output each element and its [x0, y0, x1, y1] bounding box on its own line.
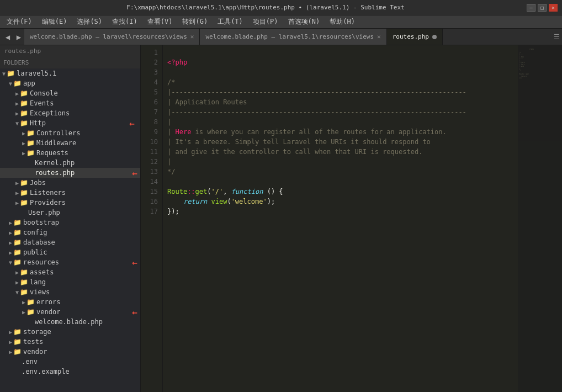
menu-item-p[interactable]: 项目(P) — [248, 16, 283, 28]
item-label: Http — [30, 119, 46, 127]
sidebar-item-assets[interactable]: ▶ 📁 assets — [0, 267, 140, 277]
expand-arrow: ▼ — [15, 120, 19, 126]
sidebar[interactable]: routes.php FOLDERS ▼ 📁 laravel5.1 ▼ 📁 ap… — [0, 45, 141, 392]
sidebar-item-welcomeblade[interactable]: ▶ welcome.blade.php — [0, 317, 140, 327]
folder-icon: 📁 — [20, 199, 28, 206]
tab-prev-button[interactable]: ◀ — [2, 29, 13, 45]
menu-item-g[interactable]: 转到(G) — [178, 16, 212, 28]
menu-item-f[interactable]: 文件(F) — [2, 16, 36, 28]
item-label: Providers — [30, 199, 66, 206]
sidebar-item-lang[interactable]: ▶ 📁 lang — [0, 277, 140, 287]
sidebar-item-listeners[interactable]: ▶ 📁 Listeners — [0, 188, 140, 198]
sidebar-item-public[interactable]: ▶ 📁 public — [0, 247, 140, 257]
expand-arrow: ▶ — [22, 299, 25, 305]
item-label: resources — [23, 258, 59, 266]
folder-icon: 📁 — [13, 348, 22, 356]
folder-icon: 📁 — [26, 139, 35, 147]
sidebar-item-laravel51[interactable]: ▼ 📁 laravel5.1 — [0, 68, 140, 78]
item-label: .env.example — [22, 368, 70, 375]
sidebar-item-requests[interactable]: ▶ 📁 Requests — [0, 148, 140, 158]
expand-arrow: ▶ — [9, 349, 12, 355]
tab-menu-button[interactable]: ☰ — [551, 29, 562, 45]
item-label: Console — [30, 89, 58, 97]
main-container: ◀ ▶ welcome.blade.php — laravel\resource… — [0, 29, 562, 392]
expand-arrow: ▶ — [15, 180, 19, 186]
sidebar-item-console[interactable]: ▶ 📁 Console — [0, 88, 140, 98]
maximize-button[interactable]: □ — [538, 4, 547, 12]
sidebar-item-routes[interactable]: ▶ routes.php ← — [0, 168, 140, 178]
sidebar-item-vendor-views[interactable]: ▶ 📁 vendor ← — [0, 307, 140, 317]
sidebar-item-vendor[interactable]: ▶ 📁 vendor — [0, 347, 140, 357]
close-button[interactable]: ✕ — [549, 4, 558, 12]
tab-welcome-blade-2[interactable]: welcome.blade.php — laravel5.1\resources… — [200, 29, 386, 45]
item-label: Requests — [36, 149, 68, 157]
sidebar-item-userphp[interactable]: ▶ User.php — [0, 208, 140, 218]
minimize-button[interactable]: – — [527, 4, 536, 12]
expand-arrow: ▶ — [15, 110, 19, 116]
item-label: views — [30, 288, 50, 296]
sidebar-item-http[interactable]: ▼ 📁 Http ← — [0, 118, 140, 128]
menu-item-n[interactable]: 首选项(N) — [284, 16, 325, 28]
line-numbers: 1 2 3 4 5 6 7 8 9 10 11 12 13 14 15 16 1… — [141, 45, 163, 392]
code-editor[interactable]: <?php /* |------------------------------… — [163, 45, 518, 392]
title-bar: F:\xmapp\htdocs\laravel5.1\app\Http\rout… — [0, 0, 562, 15]
sidebar-item-providers[interactable]: ▶ 📁 Providers — [0, 198, 140, 208]
sidebar-item-config[interactable]: ▶ 📁 config — [0, 227, 140, 237]
expand-arrow: ▶ — [15, 200, 19, 206]
sidebar-item-events[interactable]: ▶ 📁 Events — [0, 98, 140, 108]
item-label: database — [23, 239, 55, 246]
folder-icon: 📁 — [20, 109, 28, 117]
sidebar-item-exceptions[interactable]: ▶ 📁 Exceptions — [0, 108, 140, 118]
tab-label: welcome.blade.php — laravel\resources\vi… — [30, 33, 187, 40]
sidebar-item-resources[interactable]: ▼ 📁 resources ← — [0, 257, 140, 267]
expand-arrow: ▶ — [9, 240, 12, 246]
folder-icon: 📁 — [26, 129, 35, 137]
item-label: assets — [30, 268, 54, 276]
sidebar-item-envexample[interactable]: ▶ .env.example — [0, 367, 140, 377]
sidebar-item-tests[interactable]: ▶ 📁 tests — [0, 337, 140, 347]
expand-arrow: ▶ — [9, 230, 12, 236]
sidebar-item-views[interactable]: ▼ 📁 views — [0, 287, 140, 297]
menu-item-v[interactable]: 查看(V) — [143, 16, 177, 28]
menu-item-i[interactable]: 查找(I) — [108, 16, 142, 28]
annotation-arrow: ← — [129, 118, 135, 129]
item-label: lang — [30, 278, 46, 286]
expand-arrow: ▶ — [15, 190, 19, 196]
tab-routes-php[interactable]: routes.php — [387, 29, 443, 45]
content-area: routes.php FOLDERS ▼ 📁 laravel5.1 ▼ 📁 ap… — [0, 45, 562, 392]
sidebar-item-errors[interactable]: ▶ 📁 errors — [0, 297, 140, 307]
sidebar-item-app[interactable]: ▼ 📁 app — [0, 78, 140, 88]
menu-item-s[interactable]: 选择(S) — [72, 16, 107, 28]
folder-icon: 📁 — [20, 278, 28, 286]
line-num-8: 8 — [141, 117, 158, 127]
item-label: Middleware — [36, 139, 76, 147]
folder-icon: 📁 — [13, 239, 22, 246]
tab-close-button[interactable]: ✕ — [190, 33, 194, 40]
line-num-11: 11 — [141, 147, 158, 157]
menu-item-h[interactable]: 帮助(H) — [325, 16, 359, 28]
expand-arrow: ▶ — [9, 329, 12, 335]
sidebar-item-database[interactable]: ▶ 📁 database — [0, 237, 140, 247]
line-num-9: 9 — [141, 127, 158, 137]
tab-next-button[interactable]: ▶ — [13, 29, 24, 45]
item-label: Kernel.php — [35, 159, 75, 167]
expand-arrow: ▶ — [15, 279, 19, 285]
sidebar-item-bootstrap[interactable]: ▶ 📁 bootstrap — [0, 218, 140, 227]
sidebar-item-middleware[interactable]: ▶ 📁 Middleware — [0, 138, 140, 148]
expand-arrow: ▶ — [9, 339, 12, 345]
sidebar-item-kernel[interactable]: ▶ Kernel.php — [0, 158, 140, 168]
expand-arrow: ▼ — [2, 71, 6, 77]
sidebar-item-env[interactable]: ▶ .env — [0, 357, 140, 367]
line-num-12: 12 — [141, 157, 158, 167]
sidebar-item-controllers[interactable]: ▶ 📁 Controllers — [0, 128, 140, 138]
menu-item-e[interactable]: 编辑(E) — [38, 16, 72, 28]
tab-dot — [432, 35, 437, 39]
folder-icon: 📁 — [13, 80, 22, 87]
menu-item-t[interactable]: 工具(T) — [213, 16, 247, 28]
sidebar-item-storage[interactable]: ▶ 📁 storage — [0, 327, 140, 337]
tab-close-button[interactable]: ✕ — [377, 33, 381, 40]
line-num-17: 17 — [141, 206, 158, 216]
item-label: bootstrap — [23, 219, 59, 226]
tab-welcome-blade-1[interactable]: welcome.blade.php — laravel\resources\vi… — [24, 29, 200, 45]
sidebar-item-jobs[interactable]: ▶ 📁 Jobs — [0, 178, 140, 188]
